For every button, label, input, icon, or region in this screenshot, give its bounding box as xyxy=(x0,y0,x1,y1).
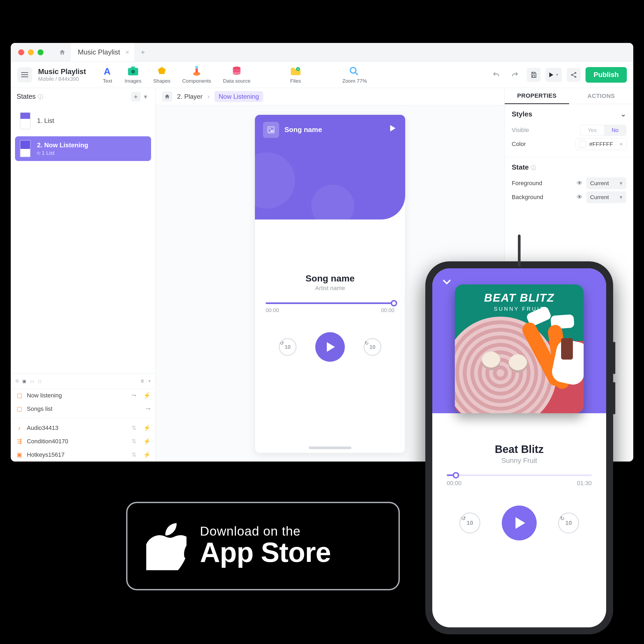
layers-stack-icon[interactable]: ▣ xyxy=(22,379,26,384)
select-value: Current xyxy=(590,194,609,200)
window-maximize-button[interactable] xyxy=(38,49,43,55)
breadcrumb-home[interactable] xyxy=(162,92,172,102)
visibility-icon[interactable]: 👁 xyxy=(577,180,583,187)
clear-color-button[interactable]: × xyxy=(620,141,623,147)
state-options-button[interactable]: ▾ xyxy=(142,93,149,101)
tool-datasource[interactable]: Data source xyxy=(223,66,250,84)
app-store-badge[interactable]: Download on the App Store xyxy=(126,502,400,590)
bolt-icon[interactable]: ⚡ xyxy=(143,392,151,399)
state-thumbnail xyxy=(20,140,31,157)
progress-knob[interactable] xyxy=(453,472,459,478)
apple-logo-icon xyxy=(146,522,186,570)
publish-button[interactable]: Publish xyxy=(586,67,627,83)
toggle-no[interactable]: No xyxy=(604,125,626,136)
duplicate-icon[interactable]: ◻ xyxy=(38,379,41,384)
prop-foreground: Foreground 👁 Current ▾ xyxy=(512,176,626,190)
link-icon[interactable]: ⇅ xyxy=(131,425,136,431)
skip-forward-button[interactable]: ↻10 xyxy=(558,513,579,533)
toggle-yes[interactable]: Yes xyxy=(580,125,604,136)
back-button[interactable] xyxy=(441,276,452,287)
bolt-icon[interactable]: ⚡ xyxy=(143,425,151,431)
file-tab[interactable]: Music Playlist × xyxy=(70,43,135,61)
close-tab-button[interactable]: × xyxy=(125,49,129,56)
help-icon[interactable]: ⓘ xyxy=(531,165,536,171)
redo-button[interactable] xyxy=(508,68,522,82)
titlebar: Music Playlist × + xyxy=(11,43,633,62)
share-icon xyxy=(570,71,577,78)
tool-images[interactable]: Images xyxy=(125,66,141,84)
visibility-icon[interactable]: 👁 xyxy=(577,194,583,201)
foreground-select[interactable]: Current ▾ xyxy=(586,177,626,189)
progress-bar[interactable]: 00:00 00:00 xyxy=(266,302,394,313)
new-tab-button[interactable]: + xyxy=(135,43,151,61)
hamburger-icon xyxy=(21,74,28,75)
album-art[interactable]: BEAT BLITZ SUNNY FRUIT xyxy=(455,284,584,413)
bolt-icon[interactable]: ⚡ xyxy=(143,438,151,445)
preview-button[interactable]: ▾ xyxy=(546,68,562,82)
state-toggle-icon[interactable]: ⤳ xyxy=(146,405,151,412)
hero-play-button[interactable] xyxy=(390,125,396,131)
tab-actions[interactable]: ACTIONS xyxy=(569,88,634,104)
skip-forward-button[interactable]: ↻10 xyxy=(364,338,381,356)
play-button[interactable] xyxy=(315,332,345,362)
window-close-button[interactable] xyxy=(18,49,24,55)
bolt-icon[interactable]: ⚡ xyxy=(143,451,151,458)
tool-text[interactable]: A Text xyxy=(102,66,113,84)
share-button[interactable] xyxy=(567,68,581,82)
help-icon[interactable]: ⓘ xyxy=(38,94,43,100)
tool-shapes[interactable]: Shapes xyxy=(153,66,170,84)
link-icon[interactable]: ⇅ xyxy=(131,438,136,445)
paste-icon[interactable]: ▭ xyxy=(30,379,34,384)
drag-handle[interactable] xyxy=(309,447,352,449)
state-item-list[interactable]: 1. List xyxy=(15,108,151,133)
tool-zoom[interactable]: Zoom 77% xyxy=(341,66,367,84)
layer-item[interactable]: ▢ Now listening ⤳⚡ xyxy=(11,389,155,402)
chevron-down-icon[interactable]: ⌄ xyxy=(620,110,626,118)
save-button[interactable] xyxy=(527,68,541,82)
svg-point-7 xyxy=(195,66,198,69)
project-name-block[interactable]: Music Playlist Mobile / 844x390 xyxy=(38,68,86,82)
layer-item[interactable]: ♪ Audio34413 ⇅⚡ xyxy=(11,421,155,435)
add-state-button[interactable]: + xyxy=(131,92,141,101)
prop-label: Background xyxy=(512,194,552,201)
undo-button[interactable] xyxy=(489,68,503,82)
breadcrumb-current[interactable]: Now Listening xyxy=(214,91,264,102)
tool-files[interactable]: + Files xyxy=(290,66,301,84)
more-icon[interactable]: ▾ xyxy=(148,379,151,384)
state-toggle-icon[interactable]: ⤳ xyxy=(131,392,136,399)
breadcrumb-item[interactable]: 2. Player xyxy=(177,93,203,100)
prop-label: Foreground xyxy=(512,180,552,187)
folder-icon: + xyxy=(290,66,301,76)
window-minimize-button[interactable] xyxy=(28,49,34,55)
chevron-down-icon xyxy=(441,276,452,287)
copy-icon[interactable]: ⧉ xyxy=(16,379,19,383)
color-input[interactable]: #FFFFFF × xyxy=(576,138,626,150)
skip-back-button[interactable]: ↺10 xyxy=(459,513,480,533)
layer-item[interactable]: ⇶ Condition40170 ⇅⚡ xyxy=(11,435,155,448)
tool-components[interactable]: Components xyxy=(182,66,211,84)
tab-properties[interactable]: PROPERTIES xyxy=(505,88,569,104)
select-value: Current xyxy=(590,180,609,186)
delete-icon[interactable]: 🗑 xyxy=(140,379,145,383)
chevron-down-icon: ▾ xyxy=(620,180,623,186)
phone-progress-bar[interactable]: 00:00 01:30 xyxy=(447,474,592,487)
tool-shapes-label: Shapes xyxy=(153,78,170,84)
background-select[interactable]: Current ▾ xyxy=(586,191,626,203)
frame-icon: ▢ xyxy=(16,405,23,412)
state-item-now-listening[interactable]: 2. Now Listening 1 List xyxy=(15,136,151,161)
visible-toggle[interactable]: Yes No xyxy=(580,125,626,136)
play-icon xyxy=(549,72,553,77)
save-icon xyxy=(530,71,537,78)
progress-knob[interactable] xyxy=(391,300,397,306)
menu-button[interactable] xyxy=(17,67,32,82)
color-swatch[interactable] xyxy=(579,141,586,148)
link-icon[interactable]: ⇅ xyxy=(131,451,136,458)
layer-item[interactable]: ▣ Hotkeys15617 ⇅⚡ xyxy=(11,448,155,462)
layer-item[interactable]: ▢ Songs list ⤳ xyxy=(11,402,155,416)
home-tab[interactable] xyxy=(54,43,70,61)
artist-name: Artist name xyxy=(255,285,405,292)
svg-text:+: + xyxy=(297,67,299,71)
device-preview[interactable]: Song name Song name Artist name xyxy=(255,115,405,453)
play-button[interactable] xyxy=(502,506,537,540)
skip-back-button[interactable]: ↺10 xyxy=(279,338,297,356)
